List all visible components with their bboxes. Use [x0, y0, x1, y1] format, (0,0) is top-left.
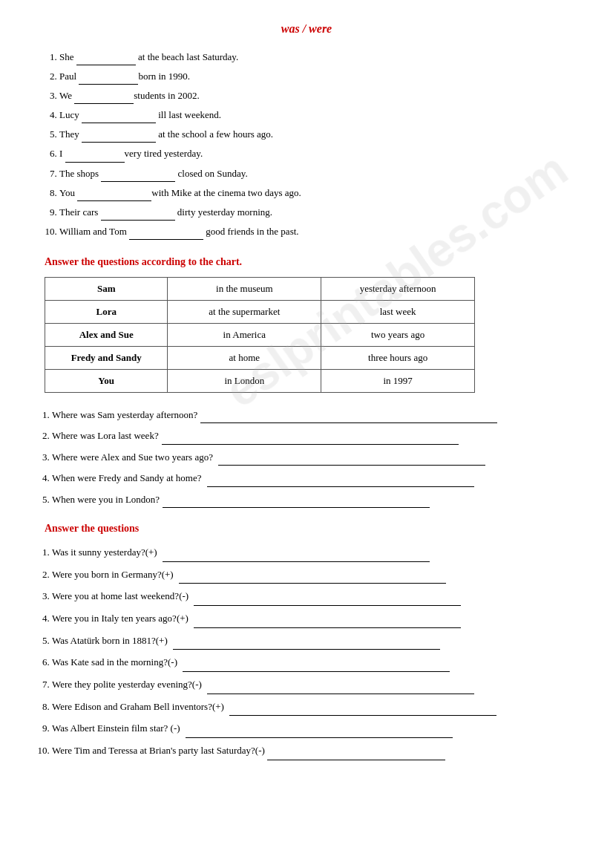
table-row: Sam in the museum yesterday afternoon	[45, 277, 475, 300]
list-item: Were they polite yesterday evening?(-)	[52, 676, 568, 694]
list-item: Lucy ill last weekend.	[59, 107, 568, 123]
table-cell-name: Alex and Sue	[45, 323, 168, 346]
list-item: Was Atatürk born in 1881?(+)	[52, 632, 568, 650]
list-item: They at the school a few hours ago.	[59, 126, 568, 143]
list-item: The shops closed on Sunday.	[59, 166, 568, 182]
answer-line	[194, 605, 461, 606]
answer-line	[229, 715, 496, 716]
page-title: was / were	[45, 22, 568, 36]
blank-6	[65, 162, 125, 163]
answer-line	[267, 760, 445, 760]
answer-section: Answer the questions Was it sunny yester…	[45, 523, 568, 760]
list-item: Were you at home last weekend?(-)	[52, 587, 568, 606]
list-item: Where were Alex and Sue two years ago?	[52, 448, 568, 466]
answer-line	[173, 649, 440, 650]
table-cell-time: two years ago	[321, 323, 475, 346]
fill-blanks-section: She at the beach last Saturday. Paul bor…	[45, 49, 568, 240]
blank-9	[101, 220, 175, 221]
list-item: You with Mike at the cinema two days ago…	[59, 185, 568, 201]
chart-section: Answer the questions according to the ch…	[45, 256, 568, 508]
list-item: Was it sunny yesterday?(+)	[52, 544, 568, 562]
list-item: When were Fredy and Sandy at home?	[52, 469, 568, 486]
list-item: Where was Lora last week?	[52, 427, 568, 444]
blank-1	[76, 65, 136, 65]
answer-line	[163, 561, 430, 562]
table-cell-name: Fredy and Sandy	[45, 346, 168, 369]
table-cell-place: in London	[168, 369, 321, 392]
table-cell-name: Sam	[45, 277, 168, 300]
table-cell-place: at the supermarket	[168, 300, 321, 323]
answer-questions-list: Was it sunny yesterday?(+) Were you born…	[52, 544, 568, 760]
chart-table: Sam in the museum yesterday afternoon Lo…	[45, 277, 475, 393]
table-row: Lora at the supermarket last week	[45, 300, 475, 323]
list-item: William and Tom good friends in the past…	[59, 223, 568, 240]
answer-line	[218, 465, 485, 466]
table-row: Fredy and Sandy at home three hours ago	[45, 346, 475, 369]
list-item: Were you in Italy ten years ago?(+)	[52, 610, 568, 628]
table-cell-name: You	[45, 369, 168, 392]
table-cell-place: at home	[168, 346, 321, 369]
blank-2	[79, 84, 138, 85]
answer-line	[207, 486, 474, 487]
answer-line	[162, 444, 459, 445]
list-item: Were you born in Germany?(+)	[52, 566, 568, 584]
list-item: She at the beach last Saturday.	[59, 49, 568, 65]
chart-questions-list: Where was Sam yesterday afternoon? Where…	[52, 406, 568, 508]
table-cell-time: in 1997	[321, 369, 475, 392]
table-cell-time: last week	[321, 300, 475, 323]
list-item: Was Kate sad in the morning?(-)	[52, 653, 568, 672]
list-item: Where was Sam yesterday afternoon?	[52, 406, 568, 423]
list-item: We students in 2002.	[59, 88, 568, 104]
fill-blanks-list: She at the beach last Saturday. Paul bor…	[59, 49, 568, 240]
table-row: Alex and Sue in America two years ago	[45, 323, 475, 346]
table-row: You in London in 1997	[45, 369, 475, 392]
table-cell-place: in the museum	[168, 277, 321, 300]
answer-line	[207, 694, 474, 694]
list-item: Were Edison and Graham Bell inventors?(+…	[52, 698, 568, 717]
blank-7	[101, 181, 175, 182]
table-cell-place: in America	[168, 323, 321, 346]
list-item: Were Tim and Teressa at Brian's party la…	[52, 742, 568, 760]
list-item: Was Albert Einstein film star? (-)	[52, 719, 568, 738]
answer-line	[186, 737, 453, 738]
answer-line	[179, 583, 446, 584]
answer-section-title: Answer the questions	[45, 523, 568, 535]
table-cell-name: Lora	[45, 300, 168, 323]
blank-5	[82, 142, 156, 143]
list-item: Their cars dirty yesterday morning.	[59, 204, 568, 221]
blank-3	[74, 103, 134, 104]
list-item: Paul born in 1990.	[59, 68, 568, 85]
table-cell-time: yesterday afternoon	[321, 277, 475, 300]
blank-8	[77, 200, 151, 201]
answer-line	[183, 671, 450, 672]
answer-line	[163, 507, 430, 508]
table-cell-time: three hours ago	[321, 346, 475, 369]
answer-line	[194, 627, 461, 628]
blank-10	[129, 239, 203, 240]
list-item: When were you in London?	[52, 491, 568, 508]
chart-section-title: Answer the questions according to the ch…	[45, 256, 568, 268]
blank-4	[82, 123, 156, 123]
list-item: I very tired yesterday.	[59, 146, 568, 162]
answer-line	[200, 422, 497, 423]
